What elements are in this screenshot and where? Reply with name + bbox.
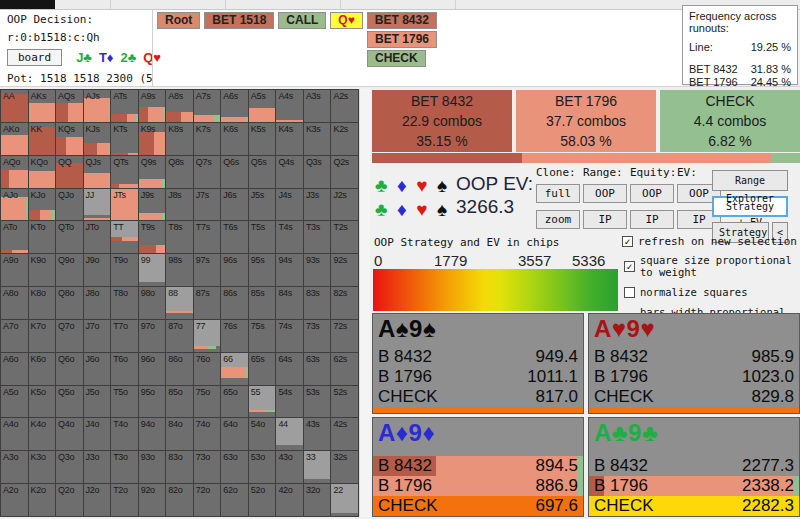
grid-cell-j2o[interactable]: J2o (84, 484, 111, 516)
grid-cell-qts[interactable]: QTs (111, 156, 138, 188)
grid-cell-87o[interactable]: 87o (166, 320, 193, 352)
active-tab[interactable] (0, 0, 55, 9)
grid-cell-a9s[interactable]: A9s (139, 90, 166, 122)
grid-cell-j2s[interactable]: J2s (331, 189, 358, 221)
grid-cell-j5o[interactable]: J5o (84, 386, 111, 418)
grid-cell-aa[interactable]: AA (1, 90, 28, 122)
grid-cell-a5o[interactable]: A5o (1, 386, 28, 418)
grid-cell-72o[interactable]: 72o (194, 484, 221, 516)
grid-cell-52o[interactable]: 52o (249, 484, 276, 516)
grid-cell-95s[interactable]: 95s (249, 254, 276, 286)
grid-cell-65o[interactable]: 65o (221, 386, 248, 418)
grid-cell-q2s[interactable]: Q2s (331, 156, 358, 188)
grid-cell-k4s[interactable]: K4s (276, 123, 303, 155)
nav-bet-8432[interactable]: BET 8432 (367, 12, 437, 29)
grid-cell-k3s[interactable]: K3s (304, 123, 331, 155)
grid-cell-97o[interactable]: 97o (139, 320, 166, 352)
grid-cell-t7s[interactable]: T7s (194, 221, 221, 253)
grid-cell-k9s[interactable]: K9s (139, 123, 166, 155)
grid-cell-aks[interactable]: AKs (29, 90, 56, 122)
grid-cell-84s[interactable]: 84s (276, 287, 303, 319)
grid-scrollbar[interactable] (359, 89, 370, 517)
grid-cell-83o[interactable]: 83o (166, 451, 193, 483)
grid-cell-83s[interactable]: 83s (304, 287, 331, 319)
grid-cell-j9s[interactable]: J9s (139, 189, 166, 221)
grid-cell-k5s[interactable]: K5s (249, 123, 276, 155)
zoom-button[interactable]: zoom (536, 210, 580, 229)
grid-cell-tt[interactable]: TT (111, 221, 138, 253)
grid-cell-jj[interactable]: JJ (84, 189, 111, 221)
nav-bet-1518[interactable]: BET 1518 (204, 12, 274, 29)
refresh-option[interactable]: ✓ refresh on new selection (622, 235, 797, 248)
grid-cell-t4o[interactable]: T4o (111, 418, 138, 450)
grid-cell-kqs[interactable]: KQs (56, 123, 83, 155)
grid-cell-j8s[interactable]: J8s (166, 189, 193, 221)
suit-♣-icon[interactable]: ♣ (375, 174, 387, 198)
grid-cell-53s[interactable]: 53s (304, 386, 331, 418)
grid-cell-99[interactable]: 99 (139, 254, 166, 286)
grid-cell-98s[interactable]: 98s (166, 254, 193, 286)
grid-cell-84o[interactable]: 84o (166, 418, 193, 450)
nav-bet-1796[interactable]: BET 1796 (367, 31, 437, 48)
oop-button[interactable]: OOP (630, 184, 674, 203)
option-checkbox[interactable] (624, 287, 635, 298)
grid-cell-q4o[interactable]: Q4o (56, 418, 83, 450)
grid-cell-q3o[interactable]: Q3o (56, 451, 83, 483)
suit-♠-icon[interactable]: ♠ (437, 198, 447, 222)
strategy-box-bet-1796[interactable]: BET 179637.7 combos58.03 % (516, 90, 656, 152)
grid-cell-t7o[interactable]: T7o (111, 320, 138, 352)
grid-cell-j7s[interactable]: J7s (194, 189, 221, 221)
grid-cell-k9o[interactable]: K9o (29, 254, 56, 286)
grid-cell-74o[interactable]: 74o (194, 418, 221, 450)
grid-cell-ajs[interactable]: AJs (84, 90, 111, 122)
suit-♠-icon[interactable]: ♠ (437, 174, 447, 198)
grid-cell-a6o[interactable]: A6o (1, 353, 28, 385)
option-checkbox[interactable]: ✓ (624, 261, 635, 272)
option-row[interactable]: ✓square size proportional to weight (624, 254, 800, 278)
grid-cell-qto[interactable]: QTo (56, 221, 83, 253)
grid-cell-k6s[interactable]: K6s (221, 123, 248, 155)
grid-cell-t5o[interactable]: T5o (111, 386, 138, 418)
grid-cell-q8o[interactable]: Q8o (56, 287, 83, 319)
grid-cell-55[interactable]: 55 (249, 386, 276, 418)
grid-cell-a6s[interactable]: A6s (221, 90, 248, 122)
grid-cell-t9s[interactable]: T9s (139, 221, 166, 253)
grid-cell-a4o[interactable]: A4o (1, 418, 28, 450)
grid-cell-q7s[interactable]: Q7s (194, 156, 221, 188)
grid-cell-q5s[interactable]: Q5s (249, 156, 276, 188)
grid-cell-87s[interactable]: 87s (194, 287, 221, 319)
grid-cell-96o[interactable]: 96o (139, 353, 166, 385)
grid-cell-42s[interactable]: 42s (331, 418, 358, 450)
grid-cell-43o[interactable]: 43o (276, 451, 303, 483)
grid-cell-85o[interactable]: 85o (166, 386, 193, 418)
nav-check[interactable]: CHECK (367, 50, 426, 67)
grid-cell-kto[interactable]: KTo (29, 221, 56, 253)
grid-cell-a5s[interactable]: A5s (249, 90, 276, 122)
grid-cell-97s[interactable]: 97s (194, 254, 221, 286)
grid-cell-j6s[interactable]: J6s (221, 189, 248, 221)
suit-♦-icon[interactable]: ♦ (397, 198, 407, 222)
grid-cell-a3o[interactable]: A3o (1, 451, 28, 483)
grid-cell-86o[interactable]: 86o (166, 353, 193, 385)
grid-cell-a7s[interactable]: A7s (194, 90, 221, 122)
grid-cell-q4s[interactable]: Q4s (276, 156, 303, 188)
grid-cell-a8s[interactable]: A8s (166, 90, 193, 122)
grid-cell-j4o[interactable]: J4o (84, 418, 111, 450)
nav-root[interactable]: Root (157, 12, 200, 29)
grid-cell-94o[interactable]: 94o (139, 418, 166, 450)
grid-cell-a4s[interactable]: A4s (276, 90, 303, 122)
grid-cell-k2s[interactable]: K2s (331, 123, 358, 155)
grid-cell-t6s[interactable]: T6s (221, 221, 248, 253)
grid-cell-82s[interactable]: 82s (331, 287, 358, 319)
grid-cell-73o[interactable]: 73o (194, 451, 221, 483)
grid-cell-aqo[interactable]: AQo (1, 156, 28, 188)
suit-♦-icon[interactable]: ♦ (397, 174, 407, 198)
grid-cell-t8o[interactable]: T8o (111, 287, 138, 319)
grid-cell-a8o[interactable]: A8o (1, 287, 28, 319)
grid-cell-jto[interactable]: JTo (84, 221, 111, 253)
grid-cell-63o[interactable]: 63o (221, 451, 248, 483)
ip-button[interactable]: IP (630, 210, 674, 229)
suit-♣-icon[interactable]: ♣ (375, 198, 387, 222)
grid-cell-73s[interactable]: 73s (304, 320, 331, 352)
nav-q-[interactable]: Q♥ (330, 12, 362, 29)
